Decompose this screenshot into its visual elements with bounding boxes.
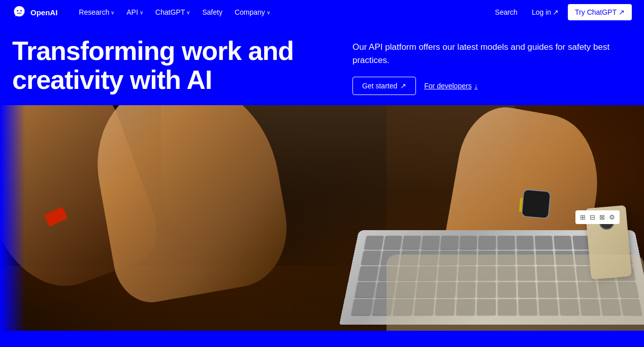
blue-border-bottom: [0, 331, 644, 335]
nav-right: Search Log in ↗ Try ChatGPT ↗: [490, 4, 632, 20]
nav-chatgpt[interactable]: ChatGPT ∨: [150, 5, 195, 19]
chatgpt-chevron-icon: ∨: [186, 10, 190, 15]
hero-left: Transforming work and creativity with AI: [12, 37, 322, 94]
hero-headline: Transforming work and creativity with AI: [12, 37, 322, 94]
blue-border-left: [0, 105, 25, 335]
arm-center: [84, 105, 297, 308]
brand-name: OpenAI: [30, 8, 57, 17]
company-chevron-icon: ∨: [267, 10, 270, 15]
image-section-wrapper: ⊞ ⊟ ⊠ ⚙: [0, 105, 644, 335]
nav-api[interactable]: API ∨: [121, 5, 148, 19]
nav-research[interactable]: Research ∨: [74, 5, 119, 19]
try-chatgpt-button[interactable]: Try ChatGPT ↗: [568, 4, 632, 20]
for-developers-button[interactable]: For developers ↓: [424, 82, 477, 90]
brand-logo[interactable]: OpenAI: [12, 5, 57, 19]
search-button[interactable]: Search: [490, 5, 523, 19]
api-chevron-icon: ∨: [140, 10, 143, 15]
hero-right: Our API platform offers our latest model…: [322, 37, 632, 95]
image-toolbar: ⊞ ⊟ ⊠ ⚙: [575, 210, 620, 224]
hero-section: Transforming work and creativity with AI…: [0, 24, 644, 105]
navigation: OpenAI Research ∨ API ∨ ChatGPT ∨ Safety…: [0, 0, 644, 24]
toolbar-icon-2[interactable]: ⊟: [588, 212, 597, 222]
nav-links: Research ∨ API ∨ ChatGPT ∨ Safety Compan…: [74, 5, 490, 19]
hero-image: [0, 105, 644, 335]
try-arrow-icon: ↗: [619, 8, 625, 16]
nav-safety[interactable]: Safety: [197, 5, 228, 19]
surface-couch: [387, 255, 644, 335]
toolbar-icon-3[interactable]: ⊠: [598, 212, 606, 222]
nav-company[interactable]: Company ∨: [230, 5, 275, 19]
toolbar-icon-4[interactable]: ⚙: [607, 212, 617, 222]
get-started-arrow-icon: ↗: [400, 82, 406, 90]
for-devs-arrow-icon: ↓: [474, 82, 478, 90]
get-started-button[interactable]: Get started ↗: [352, 77, 416, 95]
watch-right-face: [521, 189, 552, 219]
toolbar-icon-1[interactable]: ⊞: [578, 212, 587, 222]
api-description: Our API platform offers our latest model…: [352, 41, 632, 67]
login-arrow-icon: ↗: [553, 8, 559, 16]
login-button[interactable]: Log in ↗: [527, 5, 564, 19]
research-chevron-icon: ∨: [111, 10, 114, 15]
hero-buttons: Get started ↗ For developers ↓: [352, 77, 632, 95]
